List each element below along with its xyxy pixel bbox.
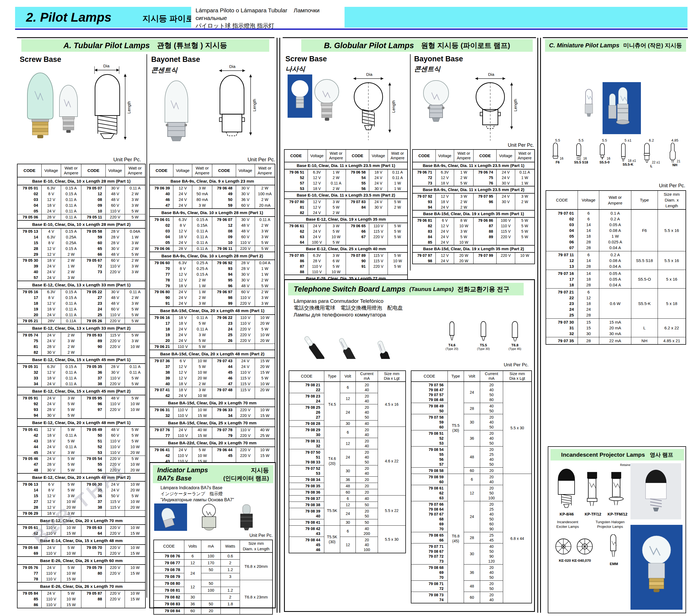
cell: 2 W xyxy=(515,199,535,204)
cell: 79 06 01 xyxy=(150,217,173,223)
cell: 15 W xyxy=(61,531,81,536)
cell: Watt orAmpere xyxy=(192,164,212,177)
cell: 72 xyxy=(81,263,105,269)
cell: 76 xyxy=(474,180,497,186)
cell: 72 xyxy=(412,175,435,180)
cell: 12 xyxy=(184,580,201,594)
mini-type-s55s18: 5.5 16 S5.5 S18 xyxy=(570,138,593,168)
cell: 110 V xyxy=(236,240,255,246)
cell: 79 07 99 xyxy=(474,252,497,258)
cell: 79 05 83 xyxy=(81,332,105,338)
cell: 48 V xyxy=(105,251,125,258)
cell: 28 V xyxy=(105,364,125,370)
cell: 5 W xyxy=(326,204,346,210)
cell: 5 W xyxy=(125,318,146,325)
cell: 27 xyxy=(81,295,105,301)
cell: 3 W xyxy=(192,301,212,307)
tubular-screw-bulb-photo xyxy=(22,65,81,153)
cell: 79 05 58 xyxy=(81,228,105,234)
cell: 220 V xyxy=(105,571,125,576)
table-row: 4424 V0.11 A52110 V10 W xyxy=(17,444,146,450)
cell: 18 xyxy=(17,301,42,306)
table-row: Base BA-15d, Clear, Dia. 19 x Length 35 … xyxy=(412,210,535,217)
cell: 10 W xyxy=(192,393,212,399)
cell: 115 V xyxy=(236,381,255,387)
cell: Watt orAmpere xyxy=(125,164,146,177)
cell: 10 W xyxy=(192,370,212,375)
table-row: 88110 V10 W xyxy=(284,269,408,275)
cell: 30 V xyxy=(236,191,255,197)
cell: 12 V xyxy=(173,271,192,277)
cell: Base BA-15d, Clear, Dia. 19 x Length 35 … xyxy=(412,245,535,252)
cell: 23 xyxy=(212,321,236,326)
table-row: 4524 V3 W53110 V20 W xyxy=(17,450,146,456)
cell: 220 V xyxy=(105,318,125,325)
cell: 110 V xyxy=(307,264,326,269)
cell xyxy=(201,573,221,580)
kptfm-lamp-drawing xyxy=(605,468,627,509)
cell: 15 xyxy=(17,240,42,246)
cell: 78 xyxy=(17,576,42,582)
cell: 110 V xyxy=(307,269,326,275)
table-row: Base BA-9s, Clear, Dia. 10 x Length 28 m… xyxy=(150,252,275,260)
table-row: 79 06 716.3V1 W79 06 7424 V0.11 A xyxy=(412,169,535,175)
cell: 79 05 74 xyxy=(17,332,42,338)
table-row: Base E-26, Clear, Dia, 26 x Length 60 mm xyxy=(17,556,146,565)
cell: 79 08 7172 xyxy=(411,581,448,592)
cell: 79 08 76 xyxy=(154,552,184,559)
cell: 24 V xyxy=(42,450,61,456)
table-row: 79 06 4124 V5 W79 06 44220 V10 W xyxy=(150,447,275,453)
cell: 0.1 A0.2 A0.05 A0.08 A1 W0.025 A0.04 A xyxy=(599,210,631,251)
cell xyxy=(125,413,146,419)
cell: 09 xyxy=(81,203,105,208)
table-row: Base BA-15d, Clear, Dia, 20 x Length 48 … xyxy=(150,350,275,358)
cell: 24 V xyxy=(42,338,61,344)
cell: 5 W xyxy=(388,199,408,204)
cell: 79 07 36 xyxy=(150,358,173,364)
cell: 24 V xyxy=(173,447,192,453)
cell: Base E-10, Clear, Dia. 11 x Length 23.5 … xyxy=(284,162,408,169)
cell: 79 08 6566 xyxy=(411,532,448,544)
a-subcolumn-divider xyxy=(147,54,147,598)
cell: 79 05 84 xyxy=(17,590,42,596)
cell: 0.15A xyxy=(192,223,212,228)
cell: 77 xyxy=(150,433,173,439)
cell: 4.5 x 16 xyxy=(378,382,406,427)
dia-label: Dia xyxy=(488,72,494,76)
cell: 73 xyxy=(412,180,435,186)
cell: 50 xyxy=(201,580,221,587)
mini-height: 18 ±1 xyxy=(628,159,636,162)
table-row: 2812 V0.15 A6530 V2 W xyxy=(17,246,146,251)
cell: 51 xyxy=(81,438,105,444)
cell: CODE xyxy=(150,164,173,177)
cell: 5 W xyxy=(326,264,346,269)
ba7s-lamp-photo xyxy=(154,504,187,531)
table-row: Base E-12, Clear, Dia, 15 x Length 45 mm… xyxy=(17,387,146,395)
table-row: Base BA-15d, Clear, Dia, 25 x Length 70 … xyxy=(150,419,275,427)
table-row: 79 07 366 V10 W79 07 4324 V15 W xyxy=(150,358,275,364)
mini-type-nh: 4.85 21 NH xyxy=(664,138,686,168)
indicator-text-ja: インジケーターランプ 指示燈 xyxy=(160,491,234,497)
cell: 18 V xyxy=(42,258,61,264)
cell: 2040 xyxy=(356,427,378,438)
cell: 75 xyxy=(17,338,42,344)
cell: 48 V xyxy=(236,283,255,289)
cell: 8 V xyxy=(173,223,192,228)
cell: T4.6(20) xyxy=(324,427,340,496)
cell: 67 xyxy=(346,234,369,240)
cell: 79 08 4243 xyxy=(289,526,324,537)
cell: 5 W xyxy=(192,447,212,453)
cell: 10 W xyxy=(125,499,146,505)
cell xyxy=(105,602,125,608)
cell: 6 xyxy=(340,427,356,438)
table-row: 8112 V5 W8430 V2 W xyxy=(284,204,408,210)
cell: 96 xyxy=(474,199,497,204)
cell: 05 xyxy=(17,208,42,214)
telephone-lamps-box: Telephone Switch Board Lamps (Taunus Lam… xyxy=(284,279,535,612)
cell: 79 05 46 xyxy=(17,456,42,462)
cell: 88 xyxy=(474,228,497,234)
cell: 24 xyxy=(340,404,356,420)
cell: 10 W xyxy=(125,401,146,407)
cell: 18 V xyxy=(173,321,192,326)
cell: 79 08 252627 xyxy=(289,404,324,420)
